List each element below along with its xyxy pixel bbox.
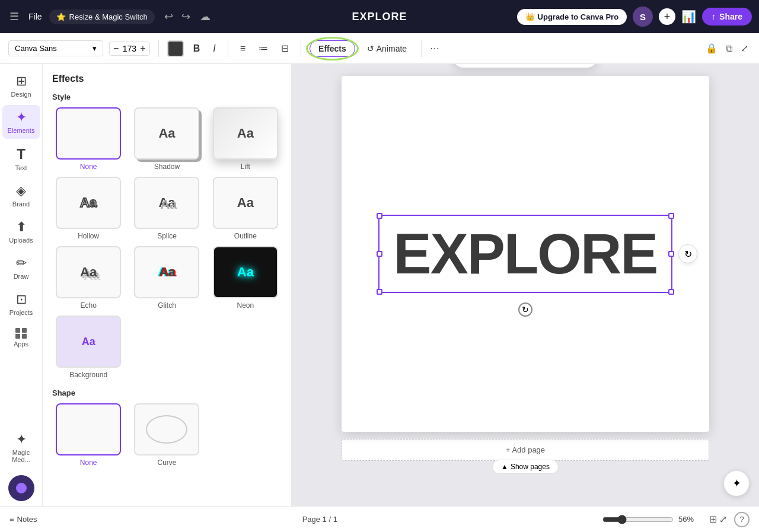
list-button-1[interactable]: ≔ <box>255 40 272 56</box>
effects-button[interactable]: Effects <box>310 40 355 57</box>
show-pages-icon: ▲ <box>501 463 508 471</box>
style-section-title: Style <box>52 93 282 101</box>
sidebar-item-apps[interactable]: Apps <box>2 323 40 352</box>
sidebar-label-text: Text <box>15 164 27 171</box>
design-icon: ⊞ <box>16 74 27 89</box>
animate-icon: ↺ <box>367 44 374 53</box>
document-title: EXPLORE <box>352 11 407 23</box>
undo-button[interactable]: ↩ <box>162 8 176 26</box>
splice-text: Aa Aa <box>158 195 175 211</box>
topbar: ☰ File ⭐ Resize & Magic Switch ↩ ↪ ☁ EXP… <box>0 0 759 33</box>
style-grid: None Aa Shadow Aa Lift Aa Hol <box>52 107 282 379</box>
style-echo-preview: Aa <box>56 246 121 298</box>
expand-view-button[interactable]: ⤢ <box>719 514 727 525</box>
rotate-handle[interactable]: ↻ <box>518 302 532 317</box>
formatting-toolbar: Canva Sans ▾ − 173 + B I ≡ ≔ ⊟ Effects ↺… <box>0 33 759 64</box>
ai-assistant-button[interactable]: ✦ <box>723 470 750 496</box>
sidebar-label-apps: Apps <box>14 340 28 348</box>
style-outline[interactable]: Aa Outline <box>209 177 282 240</box>
sidebar-item-magic[interactable]: ✦ Magic Med... <box>2 427 40 468</box>
handle-bottom-left[interactable] <box>377 289 382 295</box>
copy-button[interactable]: ⧉ <box>723 41 735 56</box>
list-button-2[interactable]: ⊟ <box>278 40 292 56</box>
decrease-font-size-button[interactable]: − <box>113 43 119 54</box>
cloud-save-icon: ☁ <box>200 10 211 23</box>
handle-middle-right[interactable] <box>668 251 674 257</box>
sidebar-label-brand: Brand <box>12 200 30 208</box>
font-family-selector[interactable]: Canva Sans ▾ <box>8 40 103 56</box>
style-hollow[interactable]: Aa Hollow <box>52 177 125 240</box>
share-label: Share <box>719 12 742 21</box>
sidebar-item-elements[interactable]: ✦ Elements <box>2 105 40 139</box>
add-page-button[interactable]: + Add page <box>342 439 709 461</box>
style-lift[interactable]: Aa Lift <box>209 107 282 171</box>
font-family-chevron-icon: ▾ <box>93 44 97 53</box>
style-background-preview: Aa <box>56 316 121 368</box>
lock-button[interactable]: 🔒 <box>703 40 720 56</box>
sidebar-item-design[interactable]: ⊞ Design <box>2 69 40 103</box>
shape-curve[interactable]: Curve <box>130 403 203 467</box>
style-background[interactable]: Aa Background <box>52 316 125 379</box>
notes-icon: ≡ <box>9 515 14 524</box>
zoom-slider[interactable] <box>602 515 674 524</box>
glitch-text: Aa <box>158 265 175 280</box>
analytics-button[interactable]: 📊 <box>681 9 696 24</box>
style-echo-label: Echo <box>80 301 96 310</box>
animate-button[interactable]: ↺ Animate <box>361 41 413 56</box>
redo-button[interactable]: ↪ <box>179 8 193 26</box>
avatar[interactable]: S <box>633 7 653 27</box>
position-button[interactable]: ⤢ <box>738 40 751 56</box>
notes-button[interactable]: ≡ Notes <box>9 515 37 524</box>
italic-button[interactable]: I <box>209 41 219 56</box>
increase-font-size-button[interactable]: + <box>140 43 145 54</box>
rotate-icon: ↻ <box>522 305 529 314</box>
magic-switch-label: Resize & Magic Switch <box>69 12 148 21</box>
notes-label: Notes <box>17 515 37 524</box>
handle-top-left[interactable] <box>377 213 382 219</box>
shape-curve-label: Curve <box>157 458 176 467</box>
canvas-page[interactable]: EXPLORE ↻ <box>342 76 709 432</box>
bold-button[interactable]: B <box>190 41 204 56</box>
text-color-button[interactable] <box>167 40 184 57</box>
style-hollow-preview: Aa <box>56 177 121 229</box>
selected-text-element[interactable]: EXPLORE ↻ <box>378 215 673 293</box>
align-button[interactable]: ≡ <box>237 41 249 56</box>
sidebar-item-draw[interactable]: ✏ Draw <box>2 251 40 285</box>
sidebar-item-brand[interactable]: ◈ Brand <box>2 179 40 212</box>
handle-middle-left[interactable] <box>377 251 382 257</box>
style-splice[interactable]: Aa Aa Splice <box>130 177 203 240</box>
style-shadow-label: Shadow <box>154 163 180 171</box>
more-options-button[interactable]: ⋯ <box>430 43 439 54</box>
toolbar-separator-3 <box>301 40 301 57</box>
shape-none-label: None <box>80 458 97 467</box>
style-neon[interactable]: Aa Neon <box>209 246 282 310</box>
help-button[interactable]: ? <box>734 512 750 527</box>
grid-view-button[interactable]: ⊞ <box>709 514 717 525</box>
handle-bottom-right[interactable] <box>668 289 674 295</box>
toolbar-separator-2 <box>228 40 228 57</box>
style-shadow[interactable]: Aa Shadow <box>130 107 203 171</box>
rotate-right-button[interactable]: ↻ <box>678 244 697 263</box>
shape-none[interactable]: None <box>52 403 125 467</box>
magic-switch-button[interactable]: ⭐ Resize & Magic Switch <box>49 9 155 24</box>
add-profile-button[interactable]: + <box>659 8 675 25</box>
bottom-circle-button[interactable] <box>8 475 34 501</box>
background-text: Aa <box>82 336 95 348</box>
style-echo[interactable]: Aa Echo <box>52 246 125 310</box>
hamburger-menu-button[interactable]: ☰ <box>7 8 21 26</box>
sidebar-item-uploads[interactable]: ⬆ Uploads <box>2 215 40 249</box>
sidebar-item-text[interactable]: T Text <box>2 141 40 176</box>
show-pages-button[interactable]: ▲ Show pages <box>492 460 559 474</box>
handle-top-right[interactable] <box>668 213 674 219</box>
style-none[interactable]: None <box>52 107 125 171</box>
effects-panel: Effects Style None Aa Shadow Aa Lift <box>43 64 292 506</box>
share-button[interactable]: ↑ Share <box>702 8 752 26</box>
sidebar-item-projects[interactable]: ⊡ Projects <box>2 287 40 321</box>
shape-grid: None Curve <box>52 403 282 467</box>
upgrade-label: Upgrade to Canva Pro <box>538 12 619 21</box>
upgrade-button[interactable]: 👑 Upgrade to Canva Pro <box>517 9 627 25</box>
style-splice-preview: Aa Aa <box>134 177 199 229</box>
file-menu-button[interactable]: File <box>28 12 42 21</box>
style-glitch[interactable]: Aa Glitch <box>130 246 203 310</box>
magic-switch-star-icon: ⭐ <box>56 12 66 21</box>
